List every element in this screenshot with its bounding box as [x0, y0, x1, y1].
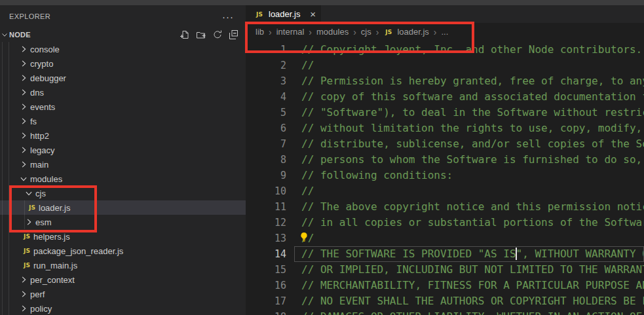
- code-line-12[interactable]: 12// in all copies or substantial portio…: [246, 215, 644, 231]
- tree-item-label: dns: [30, 88, 44, 98]
- collapse-all-icon[interactable]: [229, 29, 239, 40]
- breadcrumb-item-modules[interactable]: modules: [316, 27, 349, 37]
- code-line-4[interactable]: 4// copy of this software and associated…: [246, 89, 644, 105]
- code-line-7[interactable]: 7// distribute, sublicense, and/or sell …: [246, 136, 644, 152]
- code-line-10[interactable]: 10//: [246, 183, 644, 199]
- chevron-right-icon: [18, 274, 29, 285]
- line-number: 18: [246, 309, 286, 315]
- code-line-8[interactable]: 8// persons to whom the Software is furn…: [246, 152, 644, 168]
- tree-item-label: package_json_reader.js: [33, 246, 123, 256]
- code-text: // persons to whom the Software is furni…: [301, 152, 644, 168]
- chevron-right-icon: [18, 130, 29, 141]
- code-line-18[interactable]: 18// DAMAGES OR OTHER LIABILITY, WHETHER…: [246, 309, 644, 315]
- line-number: 16: [246, 278, 286, 293]
- tree-item-loader-js[interactable]: JSloader.js: [0, 200, 246, 215]
- line-number: 8: [246, 152, 286, 168]
- tree-item-label: esm: [35, 217, 52, 227]
- code-text: // MERCHANTABILITY, FITNESS FOR A PARTIC…: [301, 278, 644, 293]
- tree-item-policy[interactable]: policy: [0, 301, 246, 315]
- code-area[interactable]: 1// Copyright Joyent, Inc. and other Nod…: [246, 41, 644, 315]
- section-actions: [180, 29, 239, 40]
- indent-guide: [2, 42, 3, 315]
- new-folder-icon[interactable]: [196, 29, 206, 40]
- indent-guide: [9, 42, 9, 315]
- tree-item-perf[interactable]: perf: [0, 287, 246, 301]
- tab-loader-js[interactable]: JS loader.js ×: [246, 5, 321, 23]
- breadcrumb-item-loader-js[interactable]: JSloader.js: [383, 27, 428, 37]
- js-file-icon: JS: [27, 204, 37, 211]
- breadcrumb-separator: ›: [309, 27, 312, 37]
- tree-item-modules[interactable]: modules: [0, 172, 246, 186]
- line-number: 11: [246, 199, 286, 215]
- line-number: 2: [246, 58, 286, 73]
- breadcrumb-separator: ›: [434, 27, 437, 37]
- tree-item-label: per_context: [30, 275, 75, 285]
- tree-item-cjs[interactable]: cjs: [0, 186, 246, 200]
- tree-item-label: helpers.js: [33, 232, 70, 242]
- chevron-right-icon: [18, 289, 29, 299]
- breadcrumb-item-label: lib: [256, 27, 264, 37]
- breadcrumb-item-cjs[interactable]: cjs: [361, 27, 371, 37]
- tree-item-http2[interactable]: http2: [0, 128, 246, 143]
- line-number: 10: [246, 183, 286, 199]
- code-line-5[interactable]: 5// "Software"), to deal in the Software…: [246, 105, 644, 120]
- tree-item-label: loader.js: [39, 203, 70, 213]
- breadcrumb-item-label: modules: [316, 27, 349, 37]
- tree-item-package-json-reader-js[interactable]: JSpackage_json_reader.js: [0, 244, 246, 258]
- code-text: // following conditions:: [301, 168, 453, 183]
- line-number: 15: [246, 262, 286, 278]
- breadcrumb-separator: ›: [353, 27, 356, 37]
- tree-item-label: crypto: [30, 59, 53, 69]
- code-line-3[interactable]: 3// Permission is hereby granted, free o…: [246, 73, 644, 89]
- tree-item-crypto[interactable]: crypto: [0, 56, 246, 71]
- node-section-header[interactable]: NODE: [0, 28, 246, 42]
- code-line-16[interactable]: 16// MERCHANTABILITY, FITNESS FOR A PART…: [246, 278, 644, 293]
- code-text: // NO EVENT SHALL THE AUTHORS OR COPYRIG…: [301, 293, 644, 309]
- line-number: 7: [246, 136, 286, 152]
- lightbulb-icon[interactable]: [299, 232, 309, 243]
- tree-item-events[interactable]: events: [0, 100, 246, 114]
- titlebar: [0, 0, 644, 5]
- tree-item-main[interactable]: main: [0, 157, 246, 172]
- chevron-right-icon: [24, 217, 34, 227]
- code-line-1[interactable]: 1// Copyright Joyent, Inc. and other Nod…: [246, 42, 644, 58]
- tree-item-label: modules: [30, 174, 62, 184]
- tree-item-console[interactable]: console: [0, 42, 246, 56]
- chevron-right-icon: [18, 73, 29, 83]
- code-line-11[interactable]: 11// The above copyright notice and this…: [246, 199, 644, 215]
- tree-item-legacy[interactable]: legacy: [0, 143, 246, 157]
- editor-group: JS loader.js × lib›internal›modules›cjs›…: [246, 5, 644, 315]
- code-text: // distribute, sublicense, and/or sell c…: [301, 136, 644, 152]
- breadcrumb-item-internal[interactable]: internal: [276, 27, 305, 37]
- line-number: 9: [246, 168, 286, 183]
- tree-item-per-context[interactable]: per_context: [0, 272, 246, 287]
- breadcrumb-item--[interactable]: ...: [441, 27, 448, 37]
- tree-item-label: events: [30, 102, 55, 112]
- code-line-14[interactable]: 14// THE SOFTWARE IS PROVIDED "AS IS", W…: [246, 246, 644, 262]
- close-icon[interactable]: ×: [310, 9, 316, 19]
- tree-item-run-main-js[interactable]: JSrun_main.js: [0, 258, 246, 272]
- code-line-17[interactable]: 17// NO EVENT SHALL THE AUTHORS OR COPYR…: [246, 293, 644, 309]
- code-line-6[interactable]: 6// without limitation the rights to use…: [246, 120, 644, 136]
- tree-item-dns[interactable]: dns: [0, 85, 246, 100]
- tree-item-helpers-js[interactable]: JShelpers.js: [0, 229, 246, 244]
- code-text: // The above copyright notice and this p…: [301, 199, 644, 215]
- code-line-9[interactable]: 9// following conditions:: [246, 168, 644, 183]
- more-actions-icon[interactable]: ···: [222, 11, 234, 22]
- breadcrumb-item-lib[interactable]: lib: [256, 27, 264, 37]
- tree-item-fs[interactable]: fs: [0, 114, 246, 128]
- code-text: // Permission is hereby granted, free of…: [301, 73, 644, 89]
- chevron-down-icon: [24, 188, 34, 198]
- tree-item-label: legacy: [30, 145, 55, 155]
- file-tree: consolecryptodebuggerdnseventsfshttp2leg…: [0, 42, 246, 315]
- tree-item-esm[interactable]: esm: [0, 215, 246, 229]
- code-line-15[interactable]: 15// OR IMPLIED, INCLUDING BUT NOT LIMIT…: [246, 262, 644, 278]
- line-number: 4: [246, 89, 286, 105]
- tree-item-debugger[interactable]: debugger: [0, 71, 246, 85]
- new-file-icon[interactable]: [180, 29, 190, 40]
- refresh-icon[interactable]: [212, 29, 223, 40]
- code-line-2[interactable]: 2//: [246, 58, 644, 73]
- tree-item-label: perf: [30, 289, 45, 299]
- breadcrumb-item-label: loader.js: [397, 27, 428, 37]
- breadcrumb-item-label: internal: [276, 27, 305, 37]
